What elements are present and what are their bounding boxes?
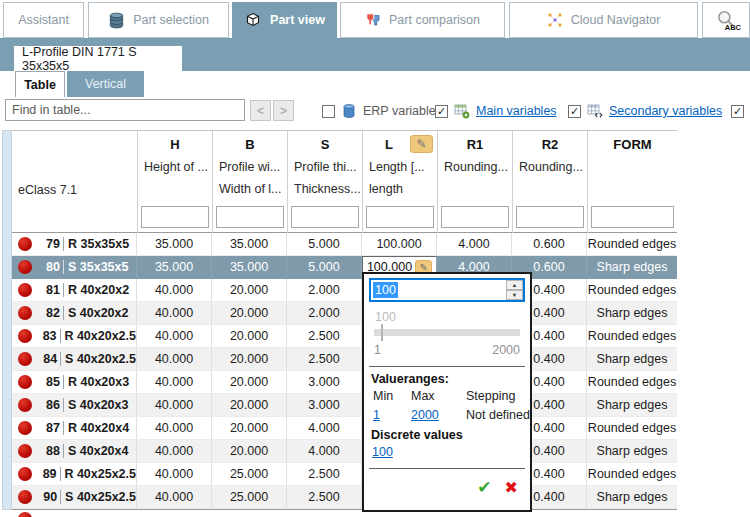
filter-input-form[interactable] <box>591 206 674 228</box>
cell-form[interactable]: Sharp edges <box>587 440 677 462</box>
document-tab[interactable]: L-Profile DIN 1771 S 35x35x5 <box>14 46 182 71</box>
table-row[interactable]: 83 R 40x20x2.5 40.000 20.000 2.500 0.400… <box>12 325 677 348</box>
filter-input-r1[interactable] <box>441 206 509 228</box>
main-variables-link[interactable]: Main variables <box>476 104 557 118</box>
value-spinbox[interactable]: 100 ▲ ▼ <box>369 278 525 302</box>
erp-variables-checkbox[interactable] <box>322 105 335 118</box>
cell-form[interactable]: Rounded edges <box>587 417 677 439</box>
spin-up-button[interactable]: ▲ <box>506 280 523 290</box>
find-next-button[interactable]: > <box>273 100 294 121</box>
cell-b[interactable]: 20.000 <box>212 279 287 301</box>
cell-form[interactable]: Rounded edges <box>587 463 677 485</box>
accept-button[interactable]: ✔ <box>477 479 491 496</box>
cell-form[interactable]: Sharp edges <box>587 302 677 324</box>
table-row[interactable]: 89 R 40x25x2.5 40.000 25.000 2.500 0.400… <box>12 463 677 486</box>
column-header-s[interactable]: S Profile thi... Thickness... <box>287 131 362 233</box>
table-row[interactable]: 81 R 40x20x2 40.000 20.000 2.000 0.400 R… <box>12 279 677 302</box>
cell-h[interactable]: 40.000 <box>137 417 212 439</box>
table-row[interactable]: 84 S 40x20x2.5 40.000 20.000 2.500 0.400… <box>12 348 677 371</box>
cell-r2[interactable]: 0.600 <box>512 233 587 255</box>
cell-form[interactable]: Rounded edges <box>587 233 677 255</box>
cell-h[interactable]: 35.000 <box>137 233 212 255</box>
more-variables-checkbox[interactable]: ✓ <box>731 105 744 118</box>
cell-form[interactable]: Rounded edges <box>587 371 677 393</box>
table-row[interactable]: 86 S 40x20x3 40.000 20.000 3.000 0.400 S… <box>12 394 677 417</box>
cell-r1[interactable]: 4.000 <box>437 233 512 255</box>
tab-table-view[interactable]: Table <box>15 71 65 97</box>
cell-b[interactable]: 35.000 <box>212 233 287 255</box>
cell-h[interactable]: 40.000 <box>137 371 212 393</box>
table-row[interactable]: 87 R 40x20x4 40.000 20.000 4.000 0.400 R… <box>12 417 677 440</box>
table-row[interactable]: 79 R 35x35x5 35.000 35.000 5.000 100.000… <box>12 233 677 256</box>
table-row[interactable]: 90 S 40x25x2.5 40.000 25.000 2.500 0.400… <box>12 486 677 509</box>
cell-s[interactable]: 2.500 <box>287 325 362 347</box>
slider-track[interactable] <box>374 329 520 336</box>
main-variables-checkbox[interactable]: ✓ <box>435 105 448 118</box>
cancel-button[interactable]: ✖ <box>505 479 518 496</box>
table-row[interactable]: 88 S 40x20x4 40.000 20.000 4.000 0.400 S… <box>12 440 677 463</box>
cell-s[interactable]: 2.500 <box>287 348 362 370</box>
cell-form[interactable]: Sharp edges <box>587 348 677 370</box>
cell-h[interactable]: 40.000 <box>137 325 212 347</box>
cell-h[interactable]: 40.000 <box>137 463 212 485</box>
filter-input-b[interactable] <box>216 206 284 228</box>
column-header-r1[interactable]: R1 Rounding... <box>437 131 512 233</box>
cell-h[interactable]: 35.000 <box>137 256 212 278</box>
tab-cloud-navigator[interactable]: Cloud Navigator <box>509 2 698 38</box>
spin-down-button[interactable]: ▼ <box>506 290 523 300</box>
cell-h[interactable]: 40.000 <box>137 302 212 324</box>
cell-s[interactable]: 2.500 <box>287 486 362 508</box>
secondary-variables-checkbox[interactable]: ✓ <box>568 105 581 118</box>
column-header-h[interactable]: H Height of ... <box>137 131 212 233</box>
tab-part-comparison[interactable]: Part comparison <box>340 2 505 38</box>
cell-form[interactable]: Rounded edges <box>587 279 677 301</box>
cell-b[interactable]: 25.000 <box>212 463 287 485</box>
tab-part-selection[interactable]: Part selection <box>88 2 229 38</box>
cell-b[interactable]: 20.000 <box>212 394 287 416</box>
cell-b[interactable]: 20.000 <box>212 302 287 324</box>
filter-input-l[interactable] <box>366 206 434 228</box>
secondary-variables-link[interactable]: Secondary variables <box>609 104 722 118</box>
discrete-value-link[interactable]: 100 <box>372 445 393 459</box>
table-row[interactable]: 85 R 40x20x3 40.000 20.000 3.000 0.400 R… <box>12 371 677 394</box>
min-value-link[interactable]: 1 <box>373 408 411 422</box>
cell-form[interactable]: Rounded edges <box>587 325 677 347</box>
cell-s[interactable]: 5.000 <box>287 256 362 278</box>
tab-part-view[interactable]: Part view <box>232 2 337 38</box>
cell-b[interactable]: 20.000 <box>212 440 287 462</box>
tab-vertical-view[interactable]: Vertical <box>67 71 144 97</box>
cell-b[interactable]: 25.000 <box>212 486 287 508</box>
table-row[interactable]: 82 S 40x20x2 40.000 20.000 2.000 0.400 S… <box>12 302 677 325</box>
slider-handle[interactable] <box>381 324 383 341</box>
cell-s[interactable]: 5.000 <box>287 233 362 255</box>
table-row[interactable]: 80 S 35x35x5 35.000 35.000 5.000 100.000… <box>12 256 677 279</box>
find-previous-button[interactable]: < <box>250 100 271 121</box>
filter-input-h[interactable] <box>141 206 209 228</box>
cell-b[interactable]: 20.000 <box>212 348 287 370</box>
max-value-link[interactable]: 2000 <box>411 408 466 422</box>
tab-text-search[interactable]: ABC <box>702 2 750 38</box>
cell-h[interactable]: 40.000 <box>137 486 212 508</box>
column-header-l[interactable]: L ✎ Length [... length <box>362 131 437 233</box>
value-input[interactable]: 100 <box>373 282 398 298</box>
cell-h[interactable]: 40.000 <box>137 440 212 462</box>
cell-s[interactable]: 2.500 <box>287 463 362 485</box>
column-header-form[interactable]: FORM <box>587 131 677 233</box>
cell-s[interactable]: 4.000 <box>287 417 362 439</box>
cell-b[interactable]: 20.000 <box>212 417 287 439</box>
cell-h[interactable]: 40.000 <box>137 394 212 416</box>
cell-form[interactable]: Sharp edges <box>587 256 677 278</box>
cell-b[interactable]: 35.000 <box>212 256 287 278</box>
cell-h[interactable]: 40.000 <box>137 279 212 301</box>
cell-s[interactable]: 2.000 <box>287 302 362 324</box>
cell-h[interactable]: 40.000 <box>137 348 212 370</box>
column-edit-pencil-icon[interactable]: ✎ <box>410 135 433 153</box>
cell-b[interactable]: 20.000 <box>212 325 287 347</box>
filter-input-r2[interactable] <box>516 206 584 228</box>
find-in-table-input[interactable] <box>5 99 245 121</box>
cell-s[interactable]: 2.000 <box>287 279 362 301</box>
tab-assistant[interactable]: Assistant <box>3 2 84 38</box>
cell-s[interactable]: 3.000 <box>287 394 362 416</box>
column-header-r2[interactable]: R2 Rounding... <box>512 131 587 233</box>
cell-form[interactable]: Sharp edges <box>587 486 677 508</box>
